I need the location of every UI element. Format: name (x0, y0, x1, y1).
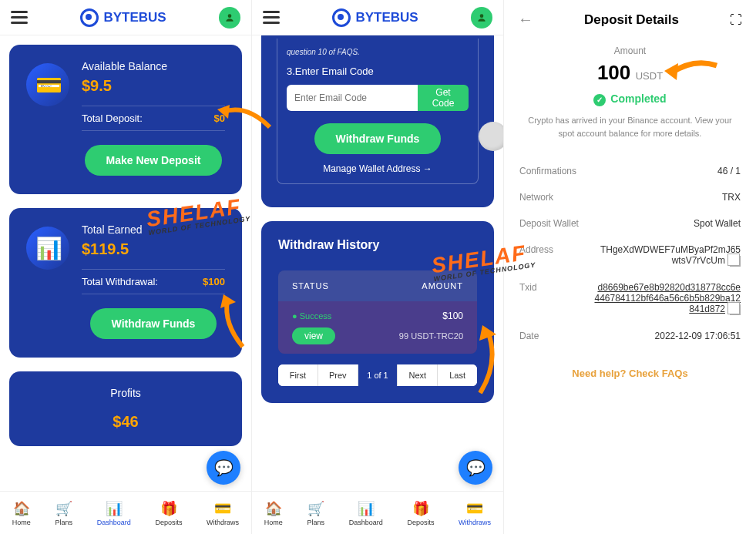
nav-home[interactable]: 🏠Home (264, 500, 283, 526)
nav-dashboard[interactable]: 📊Dashboard (97, 500, 131, 526)
nav-withdraws[interactable]: 💳Withdraws (207, 500, 239, 526)
address-value: THgeXdWDWEF7uMByaPf2mJ65wtsV7rVcUm (594, 244, 741, 267)
pager-last[interactable]: Last (438, 364, 477, 386)
logo[interactable]: BYTEBUS (332, 8, 418, 27)
chat-icon[interactable]: 💬 (459, 451, 492, 485)
pager-prev[interactable]: Prev (318, 364, 358, 386)
earned-card: Total Earned $119.5 Total Withdrawal: $1… (9, 208, 242, 358)
network-value: TRX (722, 192, 741, 203)
profits-label: Profits (25, 387, 227, 399)
address-label: Address (519, 244, 553, 255)
copy-icon[interactable] (730, 256, 741, 267)
brand-text: BYTEBUS (103, 10, 166, 25)
nav-home[interactable]: 🏠Home (12, 500, 31, 526)
row-detail: 99 USDT-TRC20 (399, 331, 463, 341)
status-badge: ● Success (292, 311, 331, 321)
withdraw-history-card: Withdraw History STATUS AMOUNT ● Success… (261, 221, 494, 403)
pager-current: 1 of 1 (358, 364, 398, 386)
amount-currency: USDT (636, 70, 663, 82)
back-icon[interactable]: ← (518, 11, 533, 29)
expand-icon[interactable]: ⛶ (730, 13, 742, 27)
nav-dashboard[interactable]: 📊Dashboard (349, 500, 383, 526)
menu-icon[interactable] (263, 11, 280, 24)
th-amount: AMOUNT (422, 281, 463, 291)
nav-plans[interactable]: 🛒Plans (55, 500, 73, 526)
svg-point-0 (228, 14, 232, 18)
faq-note: question 10 of FAQS. (287, 48, 469, 56)
wallet-value: Spot Wallet (694, 218, 741, 229)
chart-icon (26, 227, 69, 270)
withdraw-form-card: question 10 of FAQS. 3.Enter Email Code … (261, 35, 494, 207)
wallet-label: Deposit Wallet (519, 218, 579, 229)
th-status: STATUS (292, 281, 329, 291)
copy-icon[interactable] (730, 304, 741, 315)
logo-icon (80, 8, 99, 27)
bottom-nav: 🏠Home 🛒Plans 📊Dashboard 🎁Deposits 💳Withd… (252, 491, 503, 534)
chat-icon[interactable]: 💬 (207, 451, 240, 485)
email-code-input[interactable] (287, 85, 418, 111)
get-code-button[interactable]: Get Code (418, 85, 469, 111)
avatar[interactable] (219, 7, 240, 29)
balance-value: $9.5 (82, 77, 225, 95)
balance-label: Available Balance (82, 60, 225, 72)
amount-value: 100 (597, 61, 630, 84)
withdrawal-label: Total Withdrawal: (82, 276, 158, 287)
nav-withdraws[interactable]: 💳Withdraws (459, 500, 491, 526)
pagination: First Prev 1 of 1 Next Last (278, 364, 477, 386)
date-value: 2022-12-09 17:06:51 (655, 331, 741, 341)
view-button[interactable]: view (292, 327, 335, 344)
earned-value: $119.5 (82, 240, 225, 258)
history-title: Withdraw History (278, 238, 477, 252)
total-deposit-value: $0 (214, 113, 225, 124)
wallet-icon (26, 63, 69, 106)
withdrawal-value: $100 (203, 276, 225, 287)
pager-first[interactable]: First (278, 364, 318, 386)
help-link[interactable]: Need help? Check FAQs (519, 368, 741, 379)
scroll-handle[interactable] (479, 122, 504, 151)
history-row: ● Success $100 view 99 USDT-TRC20 (278, 301, 477, 354)
svg-point-1 (480, 14, 484, 18)
deposit-note: Crypto has arrived in your Binance accou… (519, 114, 741, 139)
profits-card: Profits $46 (9, 371, 242, 446)
confirmations-value: 46 / 1 (717, 166, 741, 176)
step-label: 3.Enter Email Code (287, 65, 469, 77)
logo-icon (332, 8, 351, 27)
row-amount: $100 (442, 311, 463, 321)
date-label: Date (519, 331, 539, 341)
menu-icon[interactable] (11, 11, 28, 24)
make-deposit-button[interactable]: Make New Deposit (85, 145, 223, 176)
nav-plans[interactable]: 🛒Plans (307, 500, 325, 526)
earned-label: Total Earned (82, 223, 225, 236)
logo[interactable]: BYTEBUS (80, 8, 166, 27)
profits-value: $46 (25, 413, 227, 431)
confirmations-label: Confirmations (519, 166, 576, 176)
brand-text: BYTEBUS (355, 10, 418, 25)
avatar[interactable] (471, 7, 492, 29)
status-completed: Completed (519, 92, 741, 106)
txid-value[interactable]: d8669be67e8b92820d318778cc6e446784112bf6… (594, 282, 741, 315)
manage-wallet-link[interactable]: Manage Wallet Address → (287, 163, 469, 174)
page-title: Deposit Details (584, 12, 679, 28)
network-label: Network (519, 192, 553, 203)
total-deposit-label: Total Deposit: (82, 113, 143, 124)
nav-deposits[interactable]: 🎁Deposits (407, 500, 434, 526)
amount-label: Amount (519, 45, 741, 56)
withdraw-button[interactable]: Withdraw Funds (90, 308, 217, 339)
pager-next[interactable]: Next (398, 364, 438, 386)
withdraw-funds-button[interactable]: Withdraw Funds (314, 123, 442, 154)
nav-deposits[interactable]: 🎁Deposits (155, 500, 182, 526)
txid-label: Txid (519, 282, 537, 293)
balance-card: Available Balance $9.5 Total Deposit: $0… (9, 45, 242, 194)
bottom-nav: 🏠Home 🛒Plans 📊Dashboard 🎁Deposits 💳Withd… (0, 491, 251, 534)
